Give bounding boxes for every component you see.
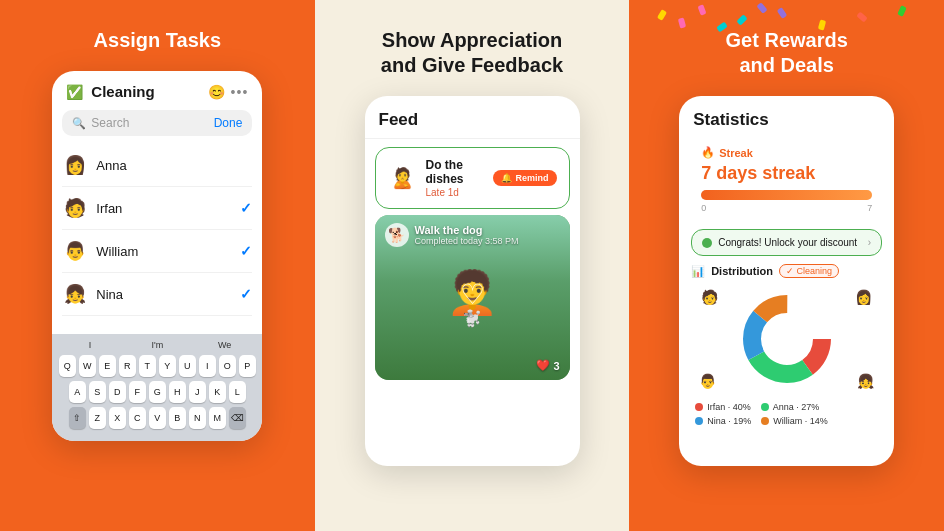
phone-mockup-1: ✅ Cleaning 😊 ••• 🔍 Search Done 👩 Anna [52,71,262,441]
key-x[interactable]: X [109,407,126,429]
key-m[interactable]: M [209,407,226,429]
key-shift[interactable]: ⇧ [69,407,86,429]
panel-rewards: Get Rewardsand Deals Statistics 🔥 Streak… [629,0,944,531]
key-h[interactable]: H [169,381,186,403]
avatar-float-4: 👨 [699,373,716,389]
suggestion-i: I [56,340,123,350]
search-icon: 🔍 [72,117,86,130]
key-c[interactable]: C [129,407,146,429]
feed-photo-task-sub: Completed today 3:58 PM [415,236,519,246]
legend-dot-irfan [695,403,703,411]
streak-value: 7 days streak [701,163,872,184]
avatar-irfan: 🧑 [62,195,88,221]
chart-legend: Irfan · 40% Anna · 27% Nina · 19% Willia… [691,402,882,426]
suggestion-im: I'm [124,340,191,350]
key-t[interactable]: T [139,355,156,377]
key-u[interactable]: U [179,355,196,377]
done-button[interactable]: Done [214,116,243,130]
feed-item-dishes[interactable]: 🙎 Do the dishes Late 1d 🔔 Remind [375,147,570,209]
phone-header-actions: 😊 ••• [208,84,249,100]
check-nina: ✓ [240,286,252,302]
key-p[interactable]: P [239,355,256,377]
key-a[interactable]: A [69,381,86,403]
distribution-section: 📊 Distribution ✓ Cleaning [691,264,882,426]
key-v[interactable]: V [149,407,166,429]
legend-william: William · 14% [761,416,828,426]
legend-label-nina: Nina · 19% [707,416,751,426]
keyboard-row-1: Q W E R T Y U I O P [56,355,258,377]
user-list: 👩 Anna 🧑 Irfan ✓ 👨 William ✓ 👧 Nina ✓ [52,144,262,334]
feed-photo-task-info: Walk the dog Completed today 3:58 PM [415,224,519,246]
key-delete[interactable]: ⌫ [229,407,246,429]
check-william: ✓ [240,243,252,259]
feed-photo-header: 🐕 Walk the dog Completed today 3:58 PM [375,215,570,255]
panel-1-title: Assign Tasks [94,28,221,53]
key-n[interactable]: N [189,407,206,429]
key-r[interactable]: R [119,355,136,377]
unlock-text: Congrats! Unlock your discount [718,237,862,248]
streak-min: 0 [701,203,706,213]
user-name-william: William [96,244,240,259]
user-name-irfan: Irfan [96,201,240,216]
remind-button[interactable]: 🔔 Remind [493,170,556,186]
panel-appreciation: Show Appreciationand Give Feedback Feed … [315,0,630,531]
key-l[interactable]: L [229,381,246,403]
like-count: 3 [553,360,559,372]
key-w[interactable]: W [79,355,96,377]
key-d[interactable]: D [109,381,126,403]
legend-label-william: William · 14% [773,416,828,426]
streak-bar-labels: 0 7 [701,203,872,213]
task-sub-dishes: Late 1d [426,187,486,198]
key-j[interactable]: J [189,381,206,403]
user-row-anna[interactable]: 👩 Anna [62,144,252,187]
key-o[interactable]: O [219,355,236,377]
avatar-float-3: 👧 [857,373,874,389]
dist-icon: 📊 [691,265,705,278]
user-row-irfan[interactable]: 🧑 Irfan ✓ [62,187,252,230]
key-q[interactable]: Q [59,355,76,377]
key-i[interactable]: I [199,355,216,377]
heart-icon: ❤️ [536,359,550,372]
check-irfan: ✓ [240,200,252,216]
avatar-dishes: 🙎 [388,163,418,193]
feed-photo-avatar: 🐕 [385,223,409,247]
avatar-float-1: 🧑 [701,289,718,305]
avatar-float-2: 👩 [855,289,872,305]
phone-header-1: ✅ Cleaning 😊 ••• [52,71,262,106]
feed-photo-item-dog: 🧑‍🦱 🐩 ♡ 🐕 Walk the dog Completed today 3… [375,215,570,380]
keyboard-suggestions: I I'm We [56,340,258,350]
key-f[interactable]: F [129,381,146,403]
stats-header: Statistics [679,96,894,138]
legend-irfan: Irfan · 40% [695,402,751,412]
legend-anna: Anna · 27% [761,402,820,412]
section-title: Cleaning [91,83,199,100]
unlock-deal[interactable]: Congrats! Unlock your discount › [691,229,882,256]
streak-section: 🔥 Streak 7 days streak 0 7 [691,138,882,221]
search-bar[interactable]: 🔍 Search Done [62,110,252,136]
key-g[interactable]: G [149,381,166,403]
cleaning-tag: ✓ Cleaning [779,264,839,278]
user-name-nina: Nina [96,287,240,302]
legend-dot-william [761,417,769,425]
user-row-william[interactable]: 👨 William ✓ [62,230,252,273]
distribution-header: 📊 Distribution ✓ Cleaning [691,264,882,278]
key-k[interactable]: K [209,381,226,403]
task-title-dishes: Do the dishes [426,158,486,186]
heart-overlay: ♡ [460,278,485,311]
key-z[interactable]: Z [89,407,106,429]
key-b[interactable]: B [169,407,186,429]
emoji-icon: 😊 [208,84,225,100]
legend-label-anna: Anna · 27% [773,402,820,412]
legend-dot-anna [761,403,769,411]
streak-max: 7 [867,203,872,213]
panel-3-title: Get Rewardsand Deals [726,28,848,78]
key-e[interactable]: E [99,355,116,377]
key-s[interactable]: S [89,381,106,403]
key-y[interactable]: Y [159,355,176,377]
user-name-anna: Anna [96,158,252,173]
user-row-nina[interactable]: 👧 Nina ✓ [62,273,252,316]
avatar-anna: 👩 [62,152,88,178]
phone-mockup-2: Feed 🙎 Do the dishes Late 1d 🔔 Remind [365,96,580,466]
streak-bar-bg [701,190,872,200]
donut-chart [732,284,842,394]
